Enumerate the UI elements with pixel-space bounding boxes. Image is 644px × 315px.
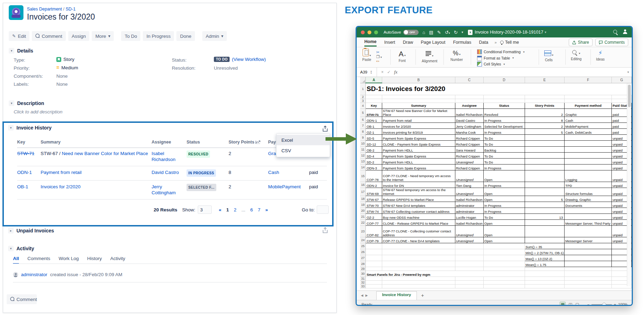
excel-cell[interactable] bbox=[565, 152, 612, 158]
excel-cell[interactable]: SD-12 bbox=[366, 140, 382, 146]
excel-cell[interactable]: 2 bbox=[525, 108, 565, 117]
excel-cell[interactable] bbox=[382, 95, 455, 99]
excel-cell[interactable] bbox=[455, 280, 483, 284]
excel-cell[interactable] bbox=[382, 280, 455, 284]
excel-cell[interactable] bbox=[525, 202, 565, 208]
normal-view-icon[interactable]: ▦ bbox=[560, 302, 566, 306]
excel-cell[interactable]: Isabel Richardson bbox=[455, 219, 483, 225]
minimize-window-button[interactable] bbox=[368, 30, 371, 34]
excel-cell[interactable]: Logging bbox=[565, 170, 612, 182]
row-header-6[interactable]: 6 bbox=[360, 117, 366, 122]
row-header-13[interactable]: 13 bbox=[360, 158, 366, 164]
row-header-5[interactable]: 5 bbox=[360, 108, 366, 117]
excel-cell[interactable]: Sara Howard bbox=[455, 146, 483, 152]
row-header-4[interactable]: 4 bbox=[360, 103, 366, 108]
excel-cell[interactable] bbox=[455, 99, 483, 103]
excel-cell[interactable]: 13 bbox=[525, 214, 565, 219]
column-header-B[interactable]: B bbox=[382, 77, 455, 83]
excel-cell[interactable]: adminstrator bbox=[455, 202, 483, 208]
row-header-7[interactable]: 7 bbox=[360, 122, 366, 128]
excel-cell[interactable]: Cash, DebitCards bbox=[565, 128, 612, 134]
tellme-label[interactable]: Tell me bbox=[505, 40, 519, 45]
excel-cell[interactable]: STW-67 Need temporary vm access to the I… bbox=[382, 188, 455, 196]
breadcrumb-issue-link[interactable]: SD-1 bbox=[66, 7, 76, 12]
more-button[interactable]: More ▾ bbox=[92, 31, 114, 41]
font-group-button[interactable]: A▾ Font bbox=[399, 50, 406, 63]
page-2-link[interactable]: 2 bbox=[234, 207, 237, 212]
excel-cell[interactable]: Open bbox=[483, 219, 525, 225]
add-comment-button[interactable]: Comment bbox=[7, 294, 37, 304]
column-header-G[interactable]: G bbox=[612, 77, 632, 83]
first-page-button[interactable]: « bbox=[219, 207, 222, 212]
excel-cell[interactable]: Max() = 13 (OZ-2) bbox=[525, 255, 565, 261]
enter-check-icon[interactable]: ✓ bbox=[387, 70, 391, 75]
row-header-32[interactable]: 32 bbox=[360, 280, 366, 284]
excel-cell[interactable]: To Do bbox=[483, 158, 525, 164]
excel-cell[interactable] bbox=[525, 271, 565, 276]
excel-cell[interactable]: Open bbox=[483, 196, 525, 202]
save-icon[interactable]: ▤ bbox=[429, 30, 433, 35]
excel-cell[interactable]: Backlog bbox=[483, 146, 525, 152]
issue-key-link[interactable]: OB-1 bbox=[17, 184, 41, 190]
activity-user-link[interactable]: adminstrator bbox=[21, 272, 47, 277]
excel-cell[interactable] bbox=[565, 243, 612, 249]
excel-cell[interactable]: adminstrator bbox=[455, 208, 483, 214]
export-icon[interactable] bbox=[322, 227, 328, 233]
excel-cell[interactable] bbox=[525, 140, 565, 146]
excel-cell[interactable]: Richard Crippen bbox=[455, 134, 483, 140]
excel-cell[interactable]: Payment from HDLL bbox=[382, 158, 455, 164]
excel-cell[interactable]: SD-4 bbox=[366, 152, 382, 158]
row-header-18[interactable]: 18 bbox=[360, 196, 366, 202]
maximize-window-button[interactable] bbox=[374, 30, 378, 34]
goto-page-input[interactable] bbox=[317, 205, 329, 214]
redo-icon[interactable]: ↻ bbox=[454, 30, 458, 35]
excel-cell[interactable] bbox=[525, 225, 565, 237]
select-all-corner[interactable] bbox=[360, 77, 366, 83]
activity-tab-all[interactable]: All bbox=[13, 256, 19, 264]
excel-cell[interactable]: ODN-2 bbox=[366, 182, 382, 188]
share-button[interactable]: Share bbox=[569, 38, 593, 46]
excel-cell[interactable]: Buy new ODSS machine bbox=[382, 214, 455, 219]
row-header-33[interactable]: 33 bbox=[360, 284, 366, 288]
excel-cell[interactable] bbox=[382, 284, 455, 288]
excel-cell[interactable]: STW-74 bbox=[366, 208, 382, 214]
excel-cell[interactable]: COP-77 CLONE - Need temporary vm access … bbox=[382, 170, 455, 182]
excel-cell[interactable] bbox=[366, 261, 382, 267]
excel-cell[interactable] bbox=[525, 219, 565, 225]
tab-insert[interactable]: Insert bbox=[384, 38, 395, 46]
excel-cell[interactable] bbox=[455, 276, 483, 280]
breadcrumb-project-link[interactable]: Sales Department bbox=[27, 7, 62, 12]
excel-cell[interactable]: CLONE - Release GRPEPS to Market Place bbox=[382, 219, 455, 225]
activity-tab-activity[interactable]: Activity bbox=[110, 256, 125, 264]
format-painter-icon[interactable]: ✏ bbox=[376, 59, 382, 64]
zoom-slider[interactable] bbox=[592, 304, 612, 305]
row-header-20[interactable]: 20 bbox=[360, 208, 366, 214]
add-sheet-button[interactable]: + bbox=[421, 293, 424, 298]
col-summary[interactable]: Summary bbox=[41, 140, 152, 145]
excel-cell[interactable]: Isabel Richardson bbox=[455, 108, 483, 117]
tab-page-layout[interactable]: Page Layout bbox=[421, 38, 445, 46]
more-tabs-chevron-icon[interactable]: » bbox=[495, 40, 497, 44]
excel-cell[interactable] bbox=[366, 255, 382, 261]
excel-cell[interactable] bbox=[366, 280, 382, 284]
row-header-11[interactable]: 11 bbox=[360, 146, 366, 152]
excel-cell[interactable] bbox=[565, 134, 612, 140]
excel-cell[interactable] bbox=[525, 280, 565, 284]
cut-scissors-icon[interactable]: ✂ bbox=[376, 50, 382, 55]
row-header-27[interactable]: 27 bbox=[360, 255, 366, 261]
column-header-E[interactable]: E bbox=[525, 77, 565, 83]
excel-cell[interactable]: COP-77 CLONE - New DA4 templates bbox=[382, 237, 455, 243]
excel-cell[interactable] bbox=[565, 276, 612, 280]
excel-cell[interactable]: Summary bbox=[382, 103, 455, 108]
assignee-link[interactable]: David Castro bbox=[152, 169, 187, 175]
excel-cell[interactable]: STW-69 bbox=[366, 188, 382, 196]
export-menu-item-excel[interactable]: Excel bbox=[276, 135, 330, 145]
excel-cell[interactable]: To Do bbox=[483, 214, 525, 219]
excel-cell[interactable] bbox=[525, 134, 565, 140]
excel-cell[interactable] bbox=[525, 284, 565, 288]
excel-cell[interactable] bbox=[382, 267, 455, 271]
excel-cell[interactable] bbox=[455, 284, 483, 288]
excel-cell[interactable]: Open bbox=[483, 188, 525, 196]
excel-cell[interactable]: Payment from retail bbox=[382, 117, 455, 122]
excel-cell[interactable]: Richard Crippen bbox=[455, 140, 483, 146]
